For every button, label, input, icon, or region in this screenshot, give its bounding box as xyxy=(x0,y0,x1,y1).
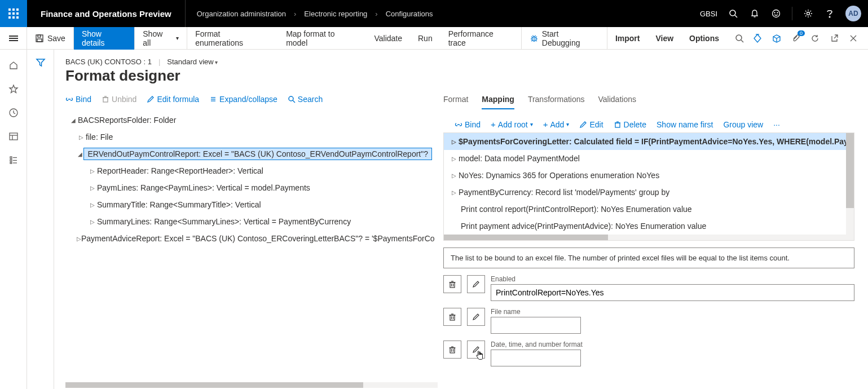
tree-node[interactable]: ▷SummaryTitle: Range<SummaryTitle>: Vert… xyxy=(65,196,432,213)
svg-rect-41 xyxy=(615,123,620,127)
nav-toggle[interactable] xyxy=(0,27,27,49)
search-icon[interactable] xyxy=(728,8,739,19)
h-scrollbar[interactable] xyxy=(444,235,854,240)
expand-icon[interactable]: ▷ xyxy=(450,189,459,196)
diamond-icon[interactable] xyxy=(752,33,763,44)
view-selector[interactable]: Standard view xyxy=(167,58,218,66)
mapping-node[interactable]: ▷NoYes: Dynamics 365 for Operations enum… xyxy=(444,167,854,184)
help-icon[interactable] xyxy=(824,8,835,19)
breadcrumb: Organization administration › Electronic… xyxy=(186,10,444,18)
more-button[interactable]: ··· xyxy=(773,120,780,129)
edit-formula-button[interactable]: Edit formula xyxy=(147,95,199,104)
app-launcher[interactable] xyxy=(0,0,27,27)
delete-prop-button[interactable] xyxy=(443,275,461,293)
company-code[interactable]: GBSI xyxy=(700,10,717,18)
tree-node[interactable]: ▷ReportHeader: Range<ReportHeader>: Vert… xyxy=(65,162,432,179)
edit-button[interactable]: Edit xyxy=(579,120,603,129)
tree-node[interactable]: ▷file: File xyxy=(65,129,432,145)
edit-prop-button[interactable] xyxy=(467,341,485,359)
mapping-node-selected[interactable]: ▷$PaymentsForCoveringLetter: Calculated … xyxy=(444,133,854,150)
group-view-button[interactable]: Group view xyxy=(723,120,763,129)
h-scrollbar[interactable] xyxy=(54,382,443,389)
validate-button[interactable]: Validate xyxy=(366,27,410,50)
workspace-icon[interactable] xyxy=(8,131,19,142)
expand-icon[interactable]: ▷ xyxy=(88,168,97,174)
dtformat-input[interactable] xyxy=(491,350,581,366)
star-icon[interactable] xyxy=(8,83,19,95)
bind-button[interactable]: Bind xyxy=(455,120,481,129)
format-enum-button[interactable]: Format enumerations xyxy=(187,27,278,50)
tree-node[interactable]: ◢BACSReportsFolder: Folder xyxy=(65,112,432,129)
save-button[interactable]: Save xyxy=(27,27,74,50)
home-icon[interactable] xyxy=(8,60,19,71)
expand-icon[interactable]: ▷ xyxy=(450,139,459,145)
box-icon[interactable] xyxy=(771,33,782,44)
node-label: model: Data model PaymentModel xyxy=(459,154,580,163)
modules-icon[interactable] xyxy=(8,154,19,166)
expand-icon[interactable]: ▷ xyxy=(77,134,86,140)
bell-icon[interactable] xyxy=(749,8,760,19)
close-icon[interactable] xyxy=(848,33,859,44)
edit-prop-button[interactable] xyxy=(467,308,485,326)
unbind-button[interactable]: Unbind xyxy=(102,95,136,104)
map-format-button[interactable]: Map format to model xyxy=(278,27,366,50)
show-all-button[interactable]: Show all▾ xyxy=(135,27,187,50)
dtformat-label: Date, time, and number format xyxy=(491,341,854,348)
expand-icon[interactable]: ▷ xyxy=(88,202,97,208)
config-context[interactable]: BACS (UK) CONTOSO : 1 xyxy=(65,58,152,66)
gear-icon[interactable] xyxy=(803,8,814,19)
filename-input[interactable] xyxy=(491,317,581,334)
expand-icon[interactable]: ▷ xyxy=(88,185,97,191)
show-details-button[interactable]: Show details xyxy=(74,27,135,50)
search-button[interactable]: Search xyxy=(288,95,323,104)
mapping-node[interactable]: ▷PaymentByCurrency: Record list 'model/P… xyxy=(444,184,854,201)
v-scrollbar[interactable] xyxy=(846,133,854,240)
mapping-node[interactable]: Print control report(PrintControlReport)… xyxy=(444,201,854,218)
filter-icon[interactable] xyxy=(36,58,46,389)
cmd-search[interactable] xyxy=(727,27,752,50)
tbtn-label: Edit xyxy=(589,120,603,129)
attach-icon[interactable]: 0 xyxy=(790,33,801,44)
expand-icon[interactable]: ▷ xyxy=(77,236,81,242)
edit-prop-button[interactable] xyxy=(467,275,485,293)
import-button[interactable]: Import xyxy=(607,27,648,50)
avatar[interactable]: AD xyxy=(845,6,861,21)
enabled-input[interactable] xyxy=(491,284,854,301)
tab-mapping[interactable]: Mapping xyxy=(482,95,514,109)
expand-icon[interactable]: ▷ xyxy=(450,156,459,162)
svg-point-0 xyxy=(730,10,735,16)
run-button[interactable]: Run xyxy=(410,27,440,50)
view-button[interactable]: View xyxy=(647,27,681,50)
tab-format[interactable]: Format xyxy=(443,95,468,109)
tab-validations[interactable]: Validations xyxy=(598,95,636,109)
mapping-node[interactable]: Print payment advice(PrintPaymentAdvice)… xyxy=(444,218,854,235)
breadcrumb-item[interactable]: Configurations xyxy=(386,10,433,18)
perf-trace-button[interactable]: Performance trace xyxy=(440,27,522,50)
expand-collapse-button[interactable]: Expand/collapse xyxy=(209,95,277,104)
start-debugging-button[interactable]: Start Debugging xyxy=(522,27,607,50)
add-root-button[interactable]: +Add root▾ xyxy=(491,120,533,129)
breadcrumb-item[interactable]: Electronic reporting xyxy=(304,10,367,18)
add-button[interactable]: +Add▾ xyxy=(543,120,570,129)
tree-node[interactable]: ▷PaymentAdviceReport: Excel = "BACS (UK)… xyxy=(65,230,432,247)
tree-node-selected[interactable]: ◢ERVendOutPaymControlReport: Excel = "BA… xyxy=(65,145,432,162)
smiley-icon[interactable] xyxy=(770,8,782,19)
refresh-icon[interactable] xyxy=(809,33,821,44)
tree-node[interactable]: ▷SummaryLines: Range<SummaryLines>: Vert… xyxy=(65,213,432,230)
options-button[interactable]: Options xyxy=(681,27,727,50)
popout-icon[interactable] xyxy=(829,33,840,44)
delete-prop-button[interactable] xyxy=(443,341,461,359)
expand-icon[interactable]: ▷ xyxy=(88,219,97,225)
collapse-icon[interactable]: ◢ xyxy=(77,151,83,157)
tree-node[interactable]: ▷PaymLines: Range<PaymLines>: Vertical =… xyxy=(65,179,432,196)
delete-button[interactable]: Delete xyxy=(614,120,646,129)
show-name-first-button[interactable]: Show name first xyxy=(656,120,713,129)
bind-button[interactable]: Bind xyxy=(65,95,91,104)
clock-icon[interactable] xyxy=(8,107,19,118)
tab-transformations[interactable]: Transformations xyxy=(528,95,585,109)
expand-icon[interactable]: ▷ xyxy=(450,173,459,179)
breadcrumb-item[interactable]: Organization administration xyxy=(197,10,286,18)
mapping-node[interactable]: ▷model: Data model PaymentModel xyxy=(444,150,854,167)
delete-prop-button[interactable] xyxy=(443,308,461,326)
collapse-icon[interactable]: ◢ xyxy=(69,117,78,123)
